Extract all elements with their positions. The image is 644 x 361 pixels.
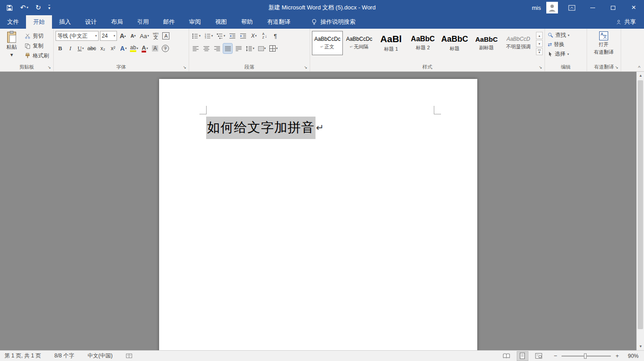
tab-insert[interactable]: 插入: [52, 15, 78, 29]
tab-view[interactable]: 视图: [208, 15, 234, 29]
style-subtle-emphasis[interactable]: AaBbCcD 不明显强调: [503, 31, 534, 55]
page-indicator[interactable]: 第 1 页, 共 1 页: [4, 352, 41, 360]
align-right-button[interactable]: [212, 43, 221, 53]
tab-youdao[interactable]: 有道翻译: [260, 15, 298, 29]
font-size-select[interactable]: 24▾: [100, 31, 117, 41]
decrease-indent-button[interactable]: [228, 31, 237, 41]
tab-file[interactable]: 文件: [0, 15, 26, 29]
tell-me-search[interactable]: 操作说明搜索: [311, 15, 355, 29]
superscript-button[interactable]: x²: [108, 43, 117, 53]
customize-quick-access-icon[interactable]: ▾: [48, 5, 51, 10]
font-name-select[interactable]: 等线 (中文正▾: [56, 31, 99, 41]
tab-home[interactable]: 开始: [26, 15, 52, 29]
open-youdao-translate-button[interactable]: A文 打开 有道翻译: [589, 30, 618, 56]
document-text-line[interactable]: 如何给文字加拼音 ↵: [206, 117, 324, 139]
text-effects-button[interactable]: A▾: [119, 43, 128, 53]
highlight-color-button[interactable]: ab▾: [129, 43, 139, 53]
enclose-characters-button[interactable]: 字: [161, 43, 170, 53]
style-heading1[interactable]: AaBl 标题 1: [376, 31, 406, 55]
cut-button[interactable]: 剪切: [23, 31, 50, 41]
vertical-scrollbar[interactable]: ▲ ▼: [636, 72, 644, 350]
asian-layout-button[interactable]: X▾: [250, 31, 259, 41]
character-shading-button[interactable]: A: [151, 43, 160, 53]
increase-indent-button[interactable]: [239, 31, 248, 41]
undo-button[interactable]: ↶▾: [20, 4, 28, 12]
strikethrough-button[interactable]: abc: [86, 43, 97, 53]
redo-icon[interactable]: ↻: [35, 4, 41, 12]
avatar[interactable]: [546, 2, 558, 13]
tab-mailings[interactable]: 邮件: [156, 15, 182, 29]
print-layout-button[interactable]: [517, 352, 528, 361]
read-mode-button[interactable]: [501, 352, 512, 361]
ribbon-display-options-icon[interactable]: [564, 0, 579, 15]
borders-button[interactable]: ▾: [268, 43, 279, 53]
account-name[interactable]: mis: [532, 4, 541, 11]
style-subtitle[interactable]: AaBbC 副标题: [471, 31, 502, 55]
multilevel-list-button[interactable]: ▾: [216, 31, 226, 41]
underline-button[interactable]: U▾: [76, 43, 85, 53]
shrink-font-button[interactable]: A▾: [129, 31, 138, 41]
document-page[interactable]: 如何给文字加拼音 ↵: [159, 79, 477, 350]
clipboard-dialog-launcher-icon[interactable]: ↘: [47, 65, 52, 70]
tab-design[interactable]: 设计: [78, 15, 104, 29]
tab-review[interactable]: 审阅: [182, 15, 208, 29]
sort-button[interactable]: AZ ↓: [260, 31, 269, 41]
distribute-button[interactable]: [234, 43, 243, 53]
copy-button[interactable]: 复制: [23, 41, 50, 51]
save-icon[interactable]: [6, 4, 13, 11]
tab-help[interactable]: 帮助: [234, 15, 260, 29]
styles-dialog-launcher-icon[interactable]: ↘: [538, 65, 543, 70]
show-formatting-marks-button[interactable]: ¶: [271, 31, 280, 41]
youdao-dialog-launcher-icon[interactable]: ↘: [614, 65, 619, 70]
phonetic-guide-button[interactable]: wén 文: [151, 31, 160, 41]
align-left-button[interactable]: [191, 43, 200, 53]
style-title[interactable]: AaBbC 标题: [439, 31, 470, 55]
change-case-button[interactable]: Aa▾: [139, 31, 150, 41]
style-normal[interactable]: AaBbCcDc ↵正文: [312, 31, 343, 55]
format-painter-button[interactable]: 格式刷: [23, 51, 50, 61]
maximize-button[interactable]: [603, 0, 623, 15]
replace-button[interactable]: ⇄ 替换: [547, 40, 585, 49]
justify-button[interactable]: [223, 43, 232, 53]
character-border-button[interactable]: A: [161, 31, 170, 41]
zoom-out-icon[interactable]: −: [554, 352, 558, 359]
font-color-button[interactable]: A▾: [140, 43, 149, 53]
selected-text[interactable]: 如何给文字加拼音: [206, 117, 316, 139]
find-button[interactable]: 查找▾: [547, 30, 585, 40]
italic-button[interactable]: I: [66, 43, 75, 53]
share-button[interactable]: 共享: [616, 15, 644, 29]
subscript-button[interactable]: x₂: [98, 43, 107, 53]
proofing-icon[interactable]: [126, 353, 132, 359]
grow-font-button[interactable]: A▴: [118, 31, 127, 41]
bold-button[interactable]: B: [56, 43, 65, 53]
styles-gallery-more-button[interactable]: ▾: [536, 48, 543, 55]
language-indicator[interactable]: 中文(中国): [87, 352, 112, 360]
zoom-slider[interactable]: [562, 356, 611, 357]
style-no-spacing[interactable]: AaBbCcDc ↵无间隔: [344, 31, 375, 55]
collapse-ribbon-icon[interactable]: ^: [638, 65, 640, 70]
zoom-level[interactable]: 90%: [624, 353, 639, 359]
bullets-button[interactable]: ▾: [191, 31, 202, 41]
paste-button[interactable]: 粘贴 ▾: [2, 30, 22, 61]
select-button[interactable]: 选择▾: [547, 49, 585, 59]
styles-gallery-up-button[interactable]: ▴: [536, 32, 543, 39]
font-dialog-launcher-icon[interactable]: ↘: [182, 65, 187, 70]
line-spacing-button[interactable]: ▾: [245, 43, 255, 53]
tab-layout[interactable]: 布局: [104, 15, 130, 29]
word-count[interactable]: 8/8 个字: [54, 352, 74, 360]
align-center-button[interactable]: [202, 43, 211, 53]
scroll-up-icon[interactable]: ▲: [637, 72, 644, 79]
minimize-button[interactable]: [582, 0, 603, 15]
numbering-button[interactable]: 123 ▾: [203, 31, 214, 41]
zoom-slider-thumb[interactable]: [584, 353, 587, 359]
close-button[interactable]: ×: [623, 0, 644, 15]
shading-button[interactable]: ▾: [257, 43, 267, 53]
tab-references[interactable]: 引用: [130, 15, 156, 29]
zoom-in-icon[interactable]: +: [615, 352, 619, 359]
scrollbar-thumb[interactable]: [638, 80, 643, 329]
scroll-down-icon[interactable]: ▼: [637, 343, 644, 350]
style-heading2[interactable]: AaBbC 标题 2: [407, 31, 438, 55]
paragraph-dialog-launcher-icon[interactable]: ↘: [303, 65, 308, 70]
web-layout-button[interactable]: [533, 352, 544, 361]
styles-gallery-down-button[interactable]: ▾: [536, 40, 543, 47]
